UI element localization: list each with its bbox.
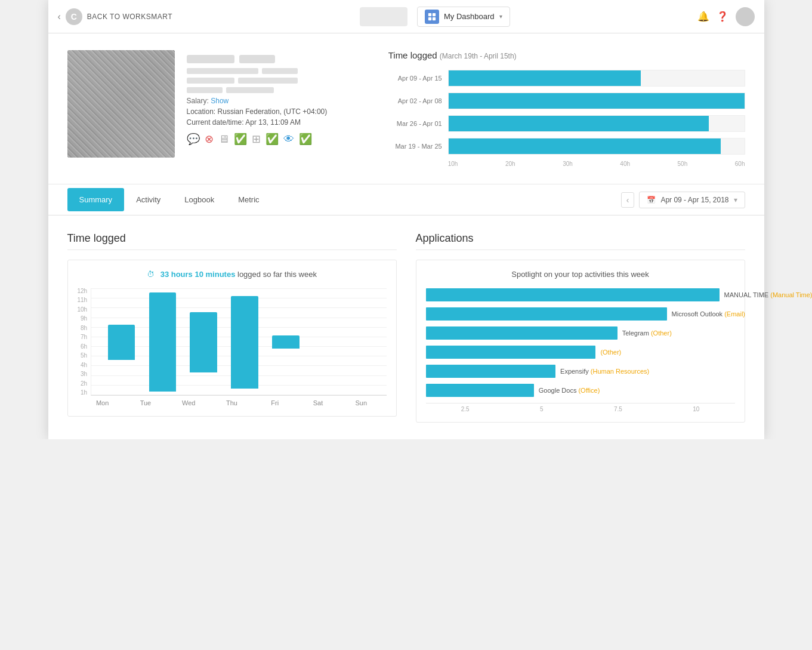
avatar-image: [67, 50, 175, 158]
header-bar-label: Mar 19 - Mar 25: [388, 143, 442, 150]
time-logged-bottom: Time logged ⏱ 33 hours 10 minutes logged…: [67, 232, 397, 423]
date-range-label: Apr 09 - Apr 15, 2018: [660, 196, 728, 204]
detail-bar-6: [226, 87, 274, 93]
tab-metric[interactable]: Metric: [226, 188, 271, 211]
back-to-worksmart[interactable]: ‹ C BACK TO WORKSMART: [58, 8, 173, 25]
profile-icon-check1[interactable]: ✅: [234, 133, 247, 146]
app-bar: [426, 307, 667, 321]
applications-title: Applications: [416, 232, 745, 250]
profile-icon-block[interactable]: ⊗: [205, 133, 214, 146]
main-content: Time logged ⏱ 33 hours 10 minutes logged…: [48, 215, 764, 439]
weekly-chart-wrapper: 12h11h10h9h8h7h6h5h4h3h2h1h: [78, 288, 387, 396]
tab-summary[interactable]: Summary: [67, 188, 125, 211]
y-axis-label: 10h: [78, 307, 88, 313]
detail-bar-5: [187, 87, 223, 93]
tabs-prev-arrow[interactable]: ‹: [621, 192, 635, 208]
app-axis-label: 7.5: [614, 406, 622, 412]
detail-bar-1: [187, 68, 258, 74]
header-center: My Dashboard ▾: [172, 7, 697, 27]
day-label: Tue: [125, 399, 166, 406]
tabs-section: SummaryActivityLogbookMetric ‹ 📅 Apr 09 …: [48, 184, 764, 215]
detail-bar-3: [187, 78, 234, 84]
app-category-label: (Manual Time): [770, 291, 812, 298]
app-name-label: Expensify (Human Resources): [560, 368, 649, 375]
app-row: Telegram (Other): [426, 326, 735, 340]
time-logged-bottom-title: Time logged: [67, 232, 397, 250]
y-axis-label: 8h: [81, 325, 87, 331]
date-picker[interactable]: 📅 Apr 09 - Apr 15, 2018 ▾: [639, 192, 745, 208]
tab-logbook[interactable]: Logbook: [172, 188, 226, 211]
profile-info: Salary: Show Location: Russian Federatio…: [187, 50, 328, 167]
app-header: ‹ C BACK TO WORKSMART My Dashboard ▾ 🔔 ❓: [48, 0, 764, 33]
app-axis-label: 5: [540, 406, 544, 412]
app-row: (Other): [426, 346, 735, 359]
axis-label: 20h: [505, 161, 515, 167]
header-bar-label: Apr 09 - Apr 15: [388, 75, 442, 82]
axis-label: 10h: [448, 161, 458, 167]
weekly-bar: [231, 296, 258, 389]
app-bar: [426, 365, 556, 378]
user-avatar[interactable]: [736, 7, 755, 26]
date-dropdown-icon: ▾: [734, 196, 737, 204]
clock-icon: ⏱: [147, 270, 155, 279]
notification-icon[interactable]: 🔔: [697, 11, 709, 22]
day-label: Sat: [298, 399, 338, 406]
day-label: Fri: [255, 399, 295, 406]
weekly-bar: [149, 292, 176, 392]
dashboard-selector[interactable]: My Dashboard ▾: [417, 7, 510, 27]
profile-section: Salary: Show Location: Russian Federatio…: [48, 33, 764, 184]
salary-show-link[interactable]: Show: [211, 97, 229, 105]
y-axis-label: 4h: [81, 362, 87, 368]
profile-icon-monitor[interactable]: 🖥: [218, 133, 229, 146]
app-card: Spotlight on your top activities this we…: [416, 260, 745, 423]
profile-left: Salary: Show Location: Russian Federatio…: [67, 50, 365, 167]
header-bar-track: [448, 93, 745, 109]
tl-title-text: Time logged: [388, 50, 437, 60]
time-logged-header-title: Time logged (March 19th - April 15th): [388, 50, 745, 60]
profile-icon-eye[interactable]: 👁: [283, 133, 294, 146]
profile-name-row: [187, 55, 328, 63]
time-card: ⏱ 33 hours 10 minutes logged so far this…: [67, 260, 397, 417]
header-right: 🔔 ❓: [697, 7, 755, 26]
app-category-label: (Other): [600, 349, 621, 356]
app-category-label: (Human Resources): [591, 368, 649, 375]
app-name-label: Microsoft Outlook (Email): [672, 310, 745, 318]
axis-label: 30h: [563, 161, 573, 167]
app-bar: [426, 326, 618, 340]
name-bar-2: [239, 55, 275, 63]
dashboard-icon: [425, 10, 439, 24]
app-category-label: (Other): [651, 329, 672, 337]
app-row: MANUAL TIME (Manual Time): [426, 288, 735, 301]
header-bar-row: Apr 02 - Apr 08: [388, 93, 745, 109]
bars-row: [91, 288, 386, 396]
svg-rect-3: [433, 17, 436, 20]
weekly-bar: [190, 312, 217, 372]
header-bar-track: [448, 138, 745, 155]
tab-activity[interactable]: Activity: [124, 188, 172, 211]
y-axis-label: 1h: [81, 390, 87, 396]
profile-icon-grid[interactable]: ⊞: [252, 133, 261, 146]
detail-bar-4: [238, 78, 298, 84]
profile-icon-check3[interactable]: ✅: [299, 133, 312, 146]
svg-rect-1: [433, 13, 436, 16]
axis-label: 60h: [735, 161, 745, 167]
app-row: Google Docs (Office): [426, 384, 735, 397]
profile-icon-chat[interactable]: 💬: [187, 133, 200, 146]
app-bar: [426, 288, 720, 301]
app-name-label: Telegram (Other): [622, 329, 672, 337]
salary-label: Salary:: [187, 97, 209, 105]
y-axis-label: 6h: [81, 344, 87, 350]
day-label: Sun: [341, 399, 381, 406]
profile-icon-check2[interactable]: ✅: [265, 133, 279, 146]
profile-detail-row-1: [187, 68, 328, 74]
weekly-bar: [108, 325, 135, 360]
hours-highlight: 33 hours 10 minutes: [160, 270, 236, 279]
weekly-bar-col: [178, 288, 217, 396]
detail-bar-2: [262, 68, 298, 74]
weekly-bar-col: [261, 288, 300, 396]
tl-subtitle-text: (March 19th - April 15th): [440, 52, 517, 60]
app-name-label: (Other): [600, 349, 621, 356]
calendar-icon: 📅: [647, 196, 656, 204]
help-icon[interactable]: ❓: [717, 11, 728, 22]
app-axis-label: 2.5: [461, 406, 470, 412]
